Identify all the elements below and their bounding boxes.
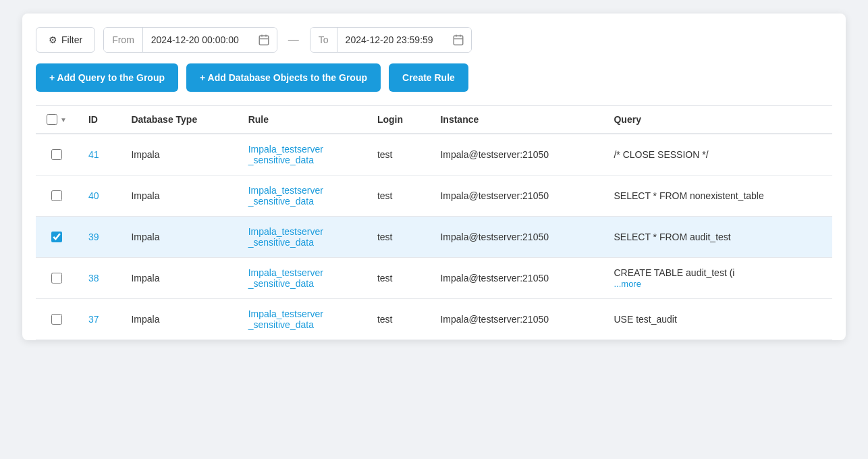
id-link[interactable]: 39 bbox=[88, 232, 99, 242]
cell-query: USE test_audit bbox=[603, 299, 832, 340]
add-db-objects-button[interactable]: + Add Database Objects to the Group bbox=[186, 63, 381, 92]
cell-instance: Impala@testserver:21050 bbox=[429, 217, 603, 258]
main-container: ⚙ Filter From 2024-12-20 00:00:00 — To 2… bbox=[22, 14, 846, 340]
header-login: Login bbox=[367, 106, 430, 134]
table-row: 40ImpalaImpala_testserver_sensitive_data… bbox=[36, 176, 832, 217]
add-query-button[interactable]: + Add Query to the Group bbox=[36, 63, 178, 92]
query-text: SELECT * FROM nonexistent_table bbox=[614, 190, 763, 201]
row-checkbox-cell bbox=[36, 134, 78, 176]
header-db-type: Database Type bbox=[120, 106, 237, 134]
cell-instance: Impala@testserver:21050 bbox=[429, 258, 603, 299]
query-text: /* CLOSE SESSION */ bbox=[614, 149, 708, 160]
row-checkbox-cell bbox=[36, 217, 78, 258]
row-checkbox-38[interactable] bbox=[51, 273, 62, 284]
row-checkbox-37[interactable] bbox=[51, 314, 62, 325]
cell-query: /* CLOSE SESSION */ bbox=[603, 134, 832, 176]
rule-link[interactable]: Impala_testserver_sensitive_data bbox=[248, 144, 323, 165]
cell-instance: Impala@testserver:21050 bbox=[429, 134, 603, 176]
filter-icon: ⚙ bbox=[49, 34, 57, 45]
header-rule: Rule bbox=[238, 106, 367, 134]
header-checkbox-cell: ▼ bbox=[36, 106, 78, 134]
svg-rect-4 bbox=[454, 36, 463, 45]
table-header-row: ▼ ID Database Type Rule Login Instance Q… bbox=[36, 106, 832, 134]
from-value[interactable]: 2024-12-20 00:00:00 bbox=[143, 28, 251, 52]
from-date-group: From 2024-12-20 00:00:00 bbox=[103, 27, 277, 53]
rule-link[interactable]: Impala_testserver_sensitive_data bbox=[248, 226, 323, 248]
cell-query: CREATE TABLE audit_test (i...more bbox=[603, 258, 832, 299]
cell-login: test bbox=[367, 299, 430, 340]
table-row: 37ImpalaImpala_testserver_sensitive_data… bbox=[36, 299, 832, 340]
row-checkbox-cell bbox=[36, 299, 78, 340]
header-id: ID bbox=[78, 106, 121, 134]
row-checkbox-39[interactable] bbox=[51, 232, 62, 242]
rule-link[interactable]: Impala_testserver_sensitive_data bbox=[248, 267, 323, 289]
table-wrapper: ▼ ID Database Type Rule Login Instance Q… bbox=[36, 105, 832, 340]
to-calendar-icon[interactable] bbox=[445, 28, 471, 52]
select-all-checkbox[interactable] bbox=[47, 114, 57, 125]
query-text: SELECT * FROM audit_test bbox=[614, 232, 730, 242]
to-label: To bbox=[310, 28, 337, 52]
cell-id: 38 bbox=[78, 258, 121, 299]
cell-rule: Impala_testserver_sensitive_data bbox=[238, 176, 367, 217]
header-query: Query bbox=[603, 106, 832, 134]
cell-rule: Impala_testserver_sensitive_data bbox=[238, 134, 367, 176]
from-calendar-icon[interactable] bbox=[251, 28, 277, 52]
cell-rule: Impala_testserver_sensitive_data bbox=[238, 299, 367, 340]
chevron-down-icon[interactable]: ▼ bbox=[60, 116, 67, 124]
cell-id: 41 bbox=[78, 134, 121, 176]
header-instance: Instance bbox=[429, 106, 603, 134]
cell-db-type: Impala bbox=[120, 134, 237, 176]
id-link[interactable]: 41 bbox=[88, 149, 99, 160]
cell-login: test bbox=[367, 134, 430, 176]
cell-instance: Impala@testserver:21050 bbox=[429, 299, 603, 340]
to-date-group: To 2024-12-20 23:59:59 bbox=[310, 27, 472, 53]
id-link[interactable]: 37 bbox=[88, 314, 99, 325]
cell-rule: Impala_testserver_sensitive_data bbox=[238, 258, 367, 299]
action-buttons: + Add Query to the Group + Add Database … bbox=[36, 63, 832, 92]
table-row: 39ImpalaImpala_testserver_sensitive_data… bbox=[36, 217, 832, 258]
query-text: CREATE TABLE audit_test (i bbox=[614, 267, 734, 278]
cell-login: test bbox=[367, 217, 430, 258]
cell-db-type: Impala bbox=[120, 217, 237, 258]
row-checkbox-40[interactable] bbox=[51, 190, 62, 201]
svg-rect-0 bbox=[259, 36, 269, 45]
cell-id: 39 bbox=[78, 217, 121, 258]
id-link[interactable]: 38 bbox=[88, 273, 99, 284]
to-value[interactable]: 2024-12-20 23:59:59 bbox=[337, 28, 445, 52]
filter-button[interactable]: ⚙ Filter bbox=[36, 27, 95, 53]
row-checkbox-cell bbox=[36, 258, 78, 299]
cell-id: 40 bbox=[78, 176, 121, 217]
create-rule-button[interactable]: Create Rule bbox=[389, 63, 468, 92]
data-table: ▼ ID Database Type Rule Login Instance Q… bbox=[36, 105, 832, 340]
row-checkbox-41[interactable] bbox=[51, 149, 62, 160]
filter-label: Filter bbox=[61, 34, 82, 45]
rule-link[interactable]: Impala_testserver_sensitive_data bbox=[248, 308, 323, 330]
cell-query: SELECT * FROM audit_test bbox=[603, 217, 832, 258]
cell-db-type: Impala bbox=[120, 258, 237, 299]
query-more-link[interactable]: ...more bbox=[614, 279, 641, 289]
date-separator: — bbox=[286, 34, 302, 46]
query-text: USE test_audit bbox=[614, 314, 676, 325]
cell-id: 37 bbox=[78, 299, 121, 340]
toolbar: ⚙ Filter From 2024-12-20 00:00:00 — To 2… bbox=[36, 27, 832, 53]
cell-db-type: Impala bbox=[120, 176, 237, 217]
row-checkbox-cell bbox=[36, 176, 78, 217]
cell-login: test bbox=[367, 176, 430, 217]
from-label: From bbox=[104, 28, 143, 52]
cell-db-type: Impala bbox=[120, 299, 237, 340]
table-row: 41ImpalaImpala_testserver_sensitive_data… bbox=[36, 134, 832, 176]
cell-rule: Impala_testserver_sensitive_data bbox=[238, 217, 367, 258]
rule-link[interactable]: Impala_testserver_sensitive_data bbox=[248, 185, 323, 207]
id-link[interactable]: 40 bbox=[88, 190, 99, 201]
cell-login: test bbox=[367, 258, 430, 299]
cell-instance: Impala@testserver:21050 bbox=[429, 176, 603, 217]
cell-query: SELECT * FROM nonexistent_table bbox=[603, 176, 832, 217]
table-row: 38ImpalaImpala_testserver_sensitive_data… bbox=[36, 258, 832, 299]
